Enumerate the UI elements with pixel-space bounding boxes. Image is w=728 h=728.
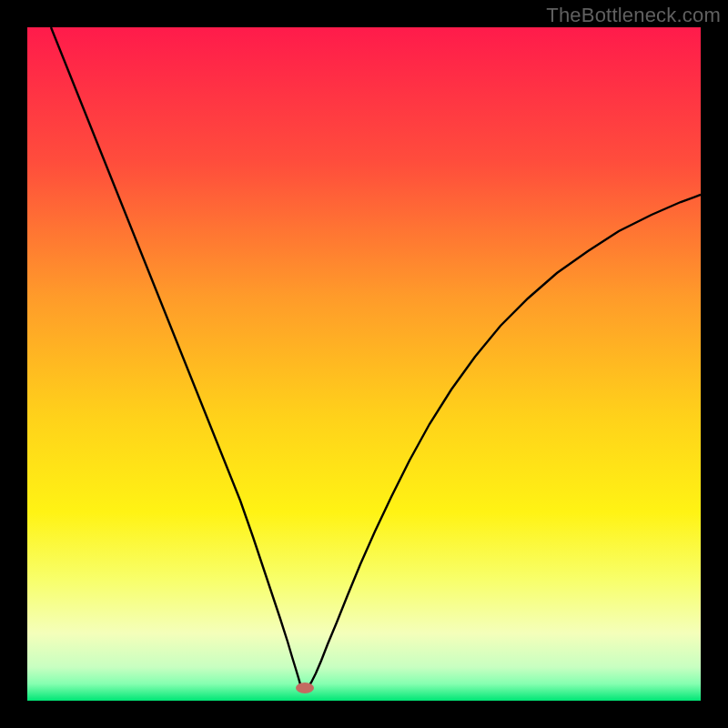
- chart-background: [27, 27, 701, 701]
- chart-frame: TheBottleneck.com: [0, 0, 728, 728]
- bottleneck-chart: [27, 27, 701, 701]
- plot-area: [27, 27, 701, 701]
- watermark-label: TheBottleneck.com: [546, 4, 721, 27]
- optimal-point-marker: [296, 682, 314, 693]
